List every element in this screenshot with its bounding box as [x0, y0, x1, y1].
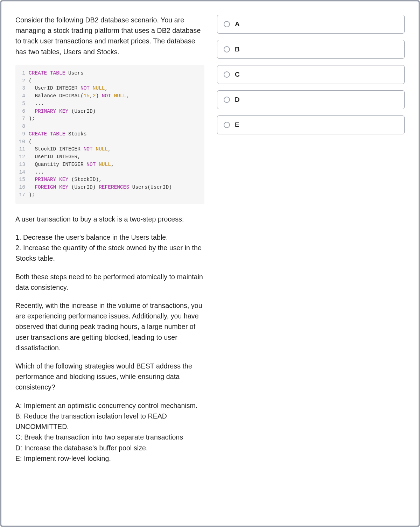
- option-label: C: [235, 71, 240, 78]
- line-number: 4: [19, 92, 29, 100]
- code-line: 13 Quantity INTEGER NOT NULL,: [19, 161, 198, 169]
- code-line: 5 ...: [19, 100, 198, 108]
- code-text: (: [29, 77, 32, 85]
- code-text: (: [29, 138, 32, 146]
- code-line: 16 FOREIGN KEY (UserID) REFERENCES Users…: [19, 184, 198, 191]
- code-line: 4 Balance DECIMAL(15,2) NOT NULL,: [19, 92, 198, 100]
- code-text: PRIMARY KEY (StockID),: [29, 176, 102, 184]
- line-number: 6: [19, 108, 29, 115]
- line-number: 13: [19, 161, 29, 169]
- code-text: StockID INTEGER NOT NULL,: [29, 146, 111, 153]
- radio-icon: [224, 21, 230, 27]
- option-label: B: [235, 45, 240, 53]
- sql-code-block: 1CREATE TABLE Users2(3 UserID INTEGER NO…: [15, 65, 204, 204]
- line-number: 14: [19, 169, 29, 176]
- answer-options: ABCDE: [217, 15, 405, 512]
- code-line: 1CREATE TABLE Users: [19, 70, 198, 77]
- question-after-code: A user transaction to buy a stock is a t…: [15, 214, 204, 224]
- code-text: );: [29, 115, 35, 123]
- question-choices-text: A: Implement an optimistic concurrency c…: [15, 400, 204, 464]
- code-text: );: [29, 191, 35, 199]
- question-steps: 1. Decrease the user's balance in the Us…: [15, 232, 204, 264]
- code-text: CREATE TABLE Stocks: [29, 131, 86, 138]
- code-text: UserID INTEGER NOT NULL,: [29, 85, 108, 92]
- option-label: E: [235, 121, 239, 129]
- question-problem: Recently, with the increase in the volum…: [15, 300, 204, 353]
- code-text: Balance DECIMAL(15,2) NOT NULL,: [29, 92, 129, 100]
- code-text: UserID INTEGER,: [29, 153, 80, 161]
- answer-option-c[interactable]: C: [217, 65, 405, 84]
- code-line: 15 PRIMARY KEY (StockID),: [19, 176, 198, 184]
- question-ask: Which of the following strategies would …: [15, 361, 204, 393]
- code-line: 2(: [19, 77, 198, 85]
- line-number: 15: [19, 176, 29, 184]
- code-line: 9CREATE TABLE Stocks: [19, 131, 198, 138]
- code-line: 8: [19, 123, 198, 131]
- code-line: 3 UserID INTEGER NOT NULL,: [19, 85, 198, 92]
- question-container: Consider the following DB2 database scen…: [0, 0, 420, 527]
- code-text: Quantity INTEGER NOT NULL,: [29, 161, 114, 169]
- line-number: 9: [19, 131, 29, 138]
- radio-icon: [224, 97, 230, 103]
- line-number: 16: [19, 184, 29, 191]
- line-number: 7: [19, 115, 29, 123]
- answer-option-d[interactable]: D: [217, 90, 405, 109]
- question-intro: Consider the following DB2 database scen…: [15, 15, 204, 57]
- code-line: 7);: [19, 115, 198, 123]
- option-label: D: [235, 96, 240, 104]
- code-text: ...: [29, 100, 44, 108]
- line-number: 12: [19, 153, 29, 161]
- code-line: 10(: [19, 138, 198, 146]
- line-number: 5: [19, 100, 29, 108]
- radio-icon: [224, 122, 230, 128]
- code-text: CREATE TABLE Users: [29, 70, 84, 77]
- code-line: 17);: [19, 191, 198, 199]
- answer-option-b[interactable]: B: [217, 40, 405, 59]
- line-number: 11: [19, 146, 29, 153]
- question-atomic: Both these steps need to be performed at…: [15, 272, 204, 293]
- code-text: PRIMARY KEY (UserID): [29, 108, 96, 115]
- code-line: 12 UserID INTEGER,: [19, 153, 198, 161]
- answer-option-e[interactable]: E: [217, 115, 405, 134]
- line-number: 10: [19, 138, 29, 146]
- radio-icon: [224, 71, 230, 78]
- line-number: 8: [19, 123, 29, 131]
- code-line: 14 ...: [19, 169, 198, 176]
- code-text: ...: [29, 169, 44, 176]
- code-line: 6 PRIMARY KEY (UserID): [19, 108, 198, 115]
- code-line: 11 StockID INTEGER NOT NULL,: [19, 146, 198, 153]
- line-number: 17: [19, 191, 29, 199]
- line-number: 1: [19, 70, 29, 77]
- option-label: A: [235, 20, 240, 28]
- line-number: 2: [19, 77, 29, 85]
- line-number: 3: [19, 85, 29, 92]
- question-body: Consider the following DB2 database scen…: [15, 15, 204, 512]
- code-text: FOREIGN KEY (UserID) REFERENCES Users(Us…: [29, 184, 172, 191]
- answer-option-a[interactable]: A: [217, 15, 405, 34]
- radio-icon: [224, 46, 230, 52]
